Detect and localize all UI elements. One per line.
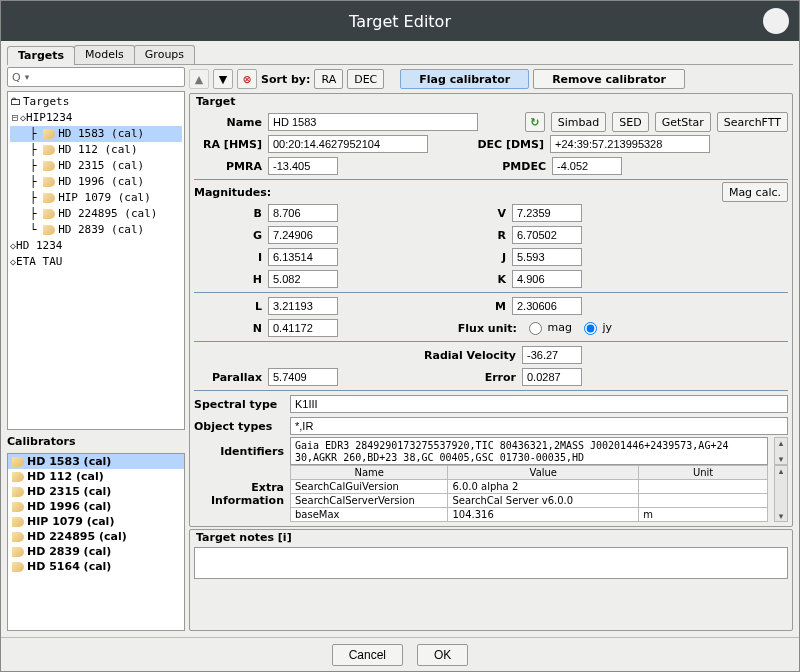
tab-targets[interactable]: Targets: [7, 46, 75, 65]
list-item[interactable]: HD 112 (cal): [8, 469, 184, 484]
dec-field[interactable]: [550, 135, 710, 153]
tree-item[interactable]: ├ HD 112 (cal): [10, 142, 182, 158]
folder-icon: [10, 94, 23, 110]
table-row[interactable]: SearchCalServerVersionSearchCal Server v…: [291, 494, 768, 508]
list-item[interactable]: HD 2839 (cal): [8, 544, 184, 559]
targets-tree[interactable]: Targets ⊟ HIP1234 ├ HD 1583 (cal) ├ HD 1…: [7, 91, 185, 430]
search-icon: Q: [12, 71, 21, 84]
sortby-label: Sort by:: [261, 73, 310, 86]
list-item[interactable]: HD 224895 (cal): [8, 529, 184, 544]
pmdec-field[interactable]: [552, 157, 622, 175]
extra-info-table[interactable]: Name Value Unit SearchCalGuiVersion6.0.0…: [290, 465, 768, 522]
list-item[interactable]: HD 1996 (cal): [8, 499, 184, 514]
calibrator-icon: [12, 562, 24, 572]
calibrators-list[interactable]: HD 1583 (cal) HD 112 (cal) HD 2315 (cal)…: [7, 453, 185, 631]
calibrator-icon: [43, 225, 55, 235]
fluxunit-mag-radio[interactable]: mag: [523, 321, 572, 335]
sptype-field[interactable]: [290, 395, 788, 413]
list-item[interactable]: HD 2315 (cal): [8, 484, 184, 499]
tree-item[interactable]: ├ HIP 1079 (cal): [10, 190, 182, 206]
list-item[interactable]: HIP 1079 (cal): [8, 514, 184, 529]
left-column: Q ▾ Targets ⊟ HIP1234 ├ HD 1583 (cal) ├ …: [7, 67, 185, 631]
magcalc-button[interactable]: Mag calc.: [722, 182, 788, 202]
tab-models[interactable]: Models: [74, 45, 135, 64]
list-item[interactable]: HD 1583 (cal): [8, 454, 184, 469]
tree-item[interactable]: ├ HD 1583 (cal): [10, 126, 182, 142]
calibrator-icon: [43, 161, 55, 171]
notes-title: Target notes [i]: [194, 531, 294, 544]
mag-r-field[interactable]: [512, 226, 582, 244]
name-field[interactable]: [268, 113, 478, 131]
delete-icon: ⊗: [242, 73, 251, 86]
tree-item[interactable]: ├ HD 1996 (cal): [10, 174, 182, 190]
tab-bar: Targets Models Groups: [7, 45, 793, 65]
pmra-field[interactable]: [268, 157, 338, 175]
tree-item[interactable]: └ HD 2839 (cal): [10, 222, 182, 238]
ra-field[interactable]: [268, 135, 428, 153]
tree-item[interactable]: ├ HD 2315 (cal): [10, 158, 182, 174]
move-up-button: ▲: [189, 69, 209, 89]
table-row[interactable]: SearchCalGuiVersion6.0.0 alpha 2: [291, 480, 768, 494]
mag-h-field[interactable]: [268, 270, 338, 288]
scrollbar[interactable]: ▴▾: [774, 465, 788, 522]
parallax-field[interactable]: [268, 368, 338, 386]
scroll-up-icon: ▴: [779, 438, 784, 448]
right-column: ▲ ▼ ⊗ Sort by: RA DEC Flag calibrator Re…: [189, 67, 793, 631]
objtypes-field[interactable]: [290, 417, 788, 435]
target-group-title: Target: [194, 95, 238, 108]
notes-field[interactable]: [194, 547, 788, 579]
delete-button[interactable]: ⊗: [237, 69, 257, 89]
mag-n-field[interactable]: [268, 319, 338, 337]
target-editor-window: Target Editor Targets Models Groups Q ▾ …: [0, 0, 800, 672]
mag-i-field[interactable]: [268, 248, 338, 266]
identifiers-field[interactable]: Gaia EDR3 2849290173275537920,TIC 804363…: [290, 437, 768, 465]
window-title: Target Editor: [349, 12, 451, 31]
calibrator-icon: [12, 487, 24, 497]
mag-l-field[interactable]: [268, 297, 338, 315]
fluxunit-jy-radio[interactable]: jy: [578, 321, 612, 335]
mag-m-field[interactable]: [512, 297, 582, 315]
refresh-button[interactable]: [525, 112, 545, 132]
mag-g-field[interactable]: [268, 226, 338, 244]
list-item[interactable]: HD 5164 (cal): [8, 559, 184, 574]
scrollbar[interactable]: ▴▾: [774, 437, 788, 465]
mag-b-field[interactable]: [268, 204, 338, 222]
mag-v-field[interactable]: [512, 204, 582, 222]
ok-button[interactable]: OK: [417, 644, 468, 666]
tree-node[interactable]: ETA TAU: [10, 254, 182, 270]
fluxunit-label: Flux unit:: [458, 322, 517, 335]
calibrator-icon: [43, 209, 55, 219]
identifiers-label: Identifiers: [194, 445, 284, 458]
titlebar: Target Editor: [1, 1, 799, 41]
searchftt-button[interactable]: SearchFTT: [717, 112, 788, 132]
error-field[interactable]: [522, 368, 582, 386]
sort-dec-button[interactable]: DEC: [347, 69, 384, 89]
calibrator-icon: [12, 457, 24, 467]
window-control[interactable]: [763, 8, 789, 34]
cancel-button[interactable]: Cancel: [332, 644, 403, 666]
calibrator-icon: [43, 177, 55, 187]
notes-group: Target notes [i]: [189, 529, 793, 631]
scroll-down-icon: ▾: [779, 511, 784, 521]
sort-ra-button[interactable]: RA: [314, 69, 343, 89]
tab-groups[interactable]: Groups: [134, 45, 195, 64]
name-label: Name: [194, 116, 262, 129]
move-down-button[interactable]: ▼: [213, 69, 233, 89]
dialog-body: Targets Models Groups Q ▾ Targets ⊟ HIP1…: [1, 41, 799, 637]
sed-button[interactable]: SED: [612, 112, 648, 132]
col-name: Name: [291, 466, 448, 480]
mag-k-field[interactable]: [512, 270, 582, 288]
getstar-button[interactable]: GetStar: [655, 112, 711, 132]
tree-item[interactable]: ├ HD 224895 (cal): [10, 206, 182, 222]
flag-calibrator-button[interactable]: Flag calibrator: [400, 69, 529, 89]
search-input[interactable]: Q ▾: [7, 67, 185, 87]
mag-j-field[interactable]: [512, 248, 582, 266]
table-row[interactable]: baseMax104.316m: [291, 508, 768, 522]
simbad-button[interactable]: Simbad: [551, 112, 606, 132]
rv-field[interactable]: [522, 346, 582, 364]
tree-node[interactable]: HD 1234: [10, 238, 182, 254]
tree-node-hip[interactable]: ⊟ HIP1234: [10, 110, 182, 126]
remove-calibrator-button[interactable]: Remove calibrator: [533, 69, 685, 89]
tree-root[interactable]: Targets: [10, 94, 182, 110]
pmra-label: PMRA: [194, 160, 262, 173]
